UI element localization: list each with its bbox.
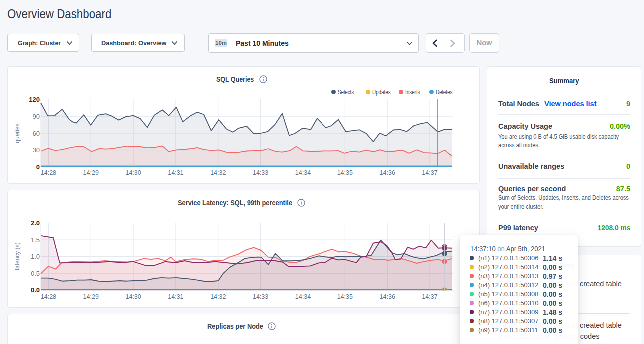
svg-text:14:37: 14:37 (422, 293, 437, 300)
svg-text:14:32: 14:32 (210, 293, 226, 300)
svg-text:1.5: 1.5 (31, 236, 40, 244)
svg-text:14:31: 14:31 (168, 293, 183, 300)
svg-text:14:37: 14:37 (422, 169, 437, 176)
svg-text:0.0: 0.0 (31, 286, 40, 294)
svg-text:120: 120 (29, 96, 40, 103)
svg-text:0.5: 0.5 (31, 270, 40, 277)
svg-text:90: 90 (33, 113, 40, 120)
svg-text:14:30: 14:30 (125, 293, 141, 300)
svg-text:14:33: 14:33 (253, 169, 268, 176)
svg-text:14:36: 14:36 (380, 169, 395, 176)
svg-text:14:29: 14:29 (83, 293, 99, 300)
svg-text:14:30: 14:30 (125, 169, 141, 176)
svg-text:1.0: 1.0 (31, 253, 40, 260)
svg-text:14:31: 14:31 (168, 169, 183, 176)
svg-text:14:34: 14:34 (295, 169, 311, 176)
svg-text:14:35: 14:35 (337, 169, 353, 176)
svg-text:14:32: 14:32 (210, 169, 226, 176)
svg-text:30: 30 (33, 146, 40, 154)
svg-text:14:29: 14:29 (83, 169, 99, 176)
svg-text:2.0: 2.0 (31, 219, 40, 227)
svg-text:14:34: 14:34 (295, 293, 311, 300)
svg-text:queries: queries (14, 123, 21, 143)
svg-text:14:28: 14:28 (41, 169, 56, 176)
svg-text:0: 0 (36, 163, 40, 171)
svg-text:14:28: 14:28 (41, 293, 56, 300)
svg-text:14:35: 14:35 (337, 293, 353, 300)
svg-text:60: 60 (33, 130, 40, 137)
svg-text:latency (s): latency (s) (14, 242, 21, 270)
svg-text:14:33: 14:33 (253, 293, 268, 300)
svg-text:14:36: 14:36 (380, 293, 395, 300)
